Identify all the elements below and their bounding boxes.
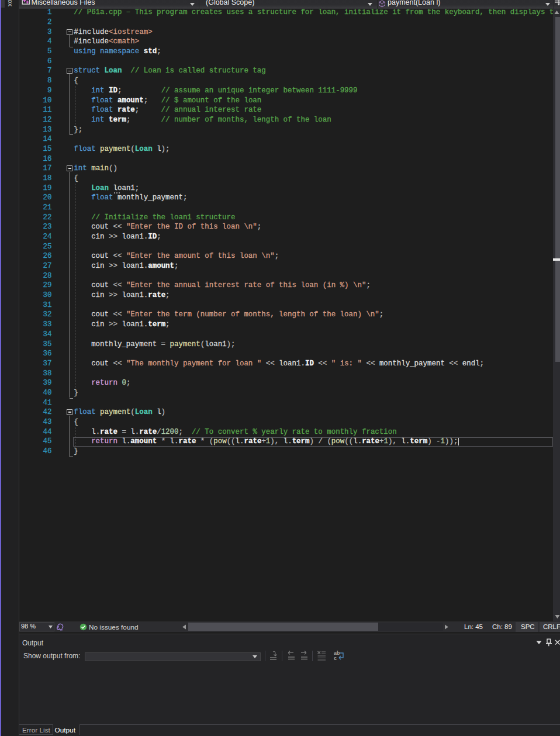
svg-text:c: c: [334, 655, 337, 661]
